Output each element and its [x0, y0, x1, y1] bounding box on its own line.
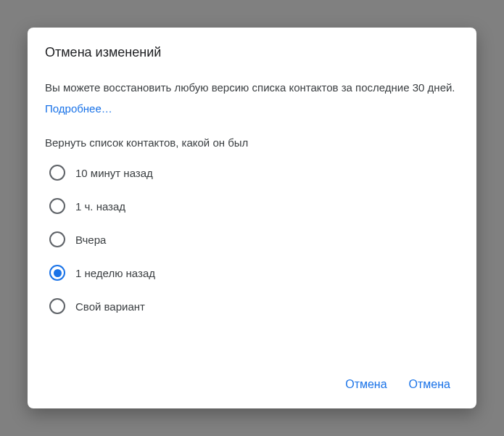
radio-label: 1 ч. назад [75, 200, 125, 213]
radio-icon [49, 298, 65, 314]
restore-time-radio-group: 10 минут назад 1 ч. назад Вчера 1 неделю… [49, 165, 459, 314]
radio-label: 1 неделю назад [75, 267, 155, 279]
radio-label: Вчера [75, 234, 106, 246]
radio-option-10-minutes[interactable]: 10 минут назад [49, 165, 459, 181]
learn-more-link[interactable]: Подробнее… [45, 102, 112, 115]
radio-label: 10 минут назад [75, 167, 153, 179]
cancel-button[interactable]: Отмена [342, 374, 389, 395]
radio-icon [49, 265, 65, 281]
confirm-button[interactable]: Отмена [406, 374, 453, 395]
dialog-description: Вы можете восстановить любую версию спис… [45, 78, 459, 119]
radio-option-1-hour[interactable]: 1 ч. назад [49, 198, 459, 214]
radio-option-yesterday[interactable]: Вчера [49, 231, 459, 247]
radio-icon [49, 198, 65, 214]
radio-label: Свой вариант [75, 300, 145, 313]
undo-changes-dialog: Отмена изменений Вы можете восстановить … [28, 28, 476, 408]
dialog-title: Отмена изменений [45, 45, 459, 60]
radio-option-custom[interactable]: Свой вариант [49, 298, 459, 314]
radio-option-1-week[interactable]: 1 неделю назад [49, 265, 459, 281]
radio-icon [49, 231, 65, 247]
dialog-actions: Отмена Отмена [45, 359, 459, 395]
restore-prompt-label: Вернуть список контактов, какой он был [45, 136, 459, 149]
description-text: Вы можете восстановить любую версию спис… [45, 81, 455, 94]
radio-icon [49, 165, 65, 181]
